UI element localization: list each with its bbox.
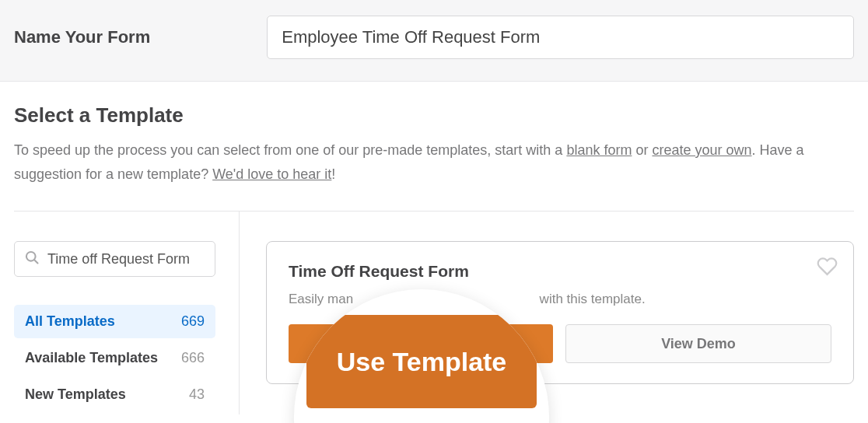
create-your-own-link[interactable]: create your own	[652, 142, 751, 158]
select-template-heading: Select a Template	[14, 103, 854, 128]
desc-left: Easily man	[289, 292, 353, 306]
search-input[interactable]	[47, 251, 205, 267]
search-icon	[24, 250, 40, 268]
filter-new-templates[interactable]: New Templates 43	[14, 378, 215, 411]
view-demo-button[interactable]: View Demo	[565, 324, 831, 363]
feedback-link[interactable]: We'd love to hear it	[212, 166, 331, 182]
template-sidebar: All Templates 669 Available Templates 66…	[14, 212, 240, 414]
svg-line-1	[34, 260, 37, 263]
desc-text: !	[331, 166, 335, 182]
desc-text: To speed up the process you can select f…	[14, 142, 566, 158]
filter-label: Available Templates	[25, 350, 158, 366]
form-name-label: Name Your Form	[14, 27, 150, 47]
blank-form-link[interactable]: blank form	[566, 142, 632, 158]
filter-count: 43	[189, 386, 205, 403]
filter-available-templates[interactable]: Available Templates 666	[14, 341, 215, 375]
use-template-zoomed: Use Template	[306, 315, 537, 408]
select-template-description: To speed up the process you can select f…	[14, 138, 854, 186]
filter-label: New Templates	[25, 386, 126, 403]
form-name-input[interactable]	[267, 16, 854, 59]
template-title: Time Off Request Form	[289, 262, 831, 281]
filter-label: All Templates	[25, 313, 115, 330]
template-search[interactable]	[14, 241, 215, 277]
filter-list: All Templates 669 Available Templates 66…	[14, 305, 215, 411]
desc-text: or	[632, 142, 652, 158]
heart-icon[interactable]	[817, 256, 838, 280]
filter-all-templates[interactable]: All Templates 669	[14, 305, 215, 338]
filter-count: 666	[181, 350, 205, 366]
desc-right: with this template.	[540, 292, 646, 306]
filter-count: 669	[181, 313, 205, 330]
